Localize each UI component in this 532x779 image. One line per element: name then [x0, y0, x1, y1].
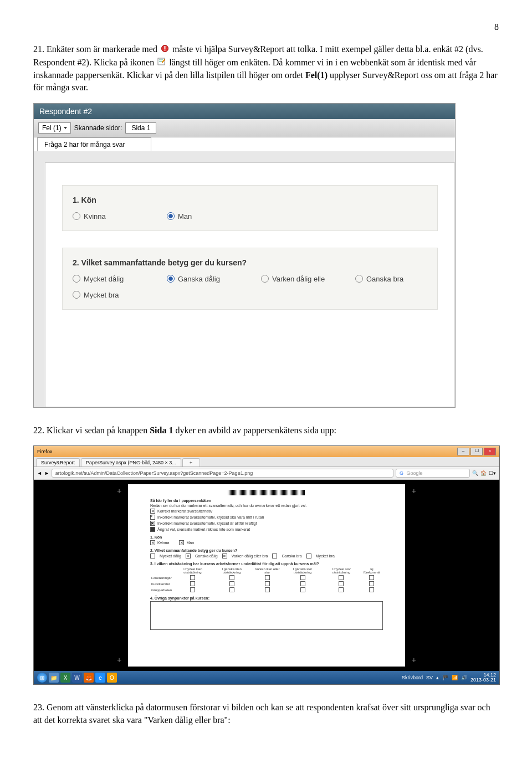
para22-bold: Sida 1 — [150, 426, 173, 435]
forward-icon[interactable]: ► — [44, 470, 49, 476]
checkbox-icon: ✕ — [150, 515, 155, 520]
checkbox-filled-icon — [150, 527, 155, 532]
option-label: Ganska bra — [366, 275, 403, 283]
option-label: Man — [178, 212, 192, 221]
system-tray: Skrivbord SV ▴ 🏴 📶 🔊 14:12 2013-03-21 — [402, 673, 496, 683]
q1-opt0: Kvinna — [157, 541, 169, 545]
paper-q1: 1. Kön Kvinna Man — [150, 535, 383, 545]
screenshot-survey-report: Respondent #2 Fel (1) Skannade sidor: Si… — [33, 103, 456, 408]
crop-mark-icon: + — [412, 655, 416, 664]
q2-opt: Ganska bra — [282, 554, 301, 558]
instr3: Inkorrekt markerat svarsalternativ, krys… — [157, 521, 257, 525]
checkbox-icon — [179, 540, 184, 545]
crop-mark-icon: + — [412, 486, 416, 495]
tab-survey-report[interactable]: Survey&Report — [36, 458, 80, 467]
scanned-pages-label: Skannade sidor: — [74, 124, 122, 132]
search-field[interactable]: G Google — [396, 469, 470, 478]
lang-indicator[interactable]: SV — [426, 675, 433, 680]
paper-q4: 4. Övriga synpunkter på kursen: — [150, 596, 383, 630]
search-placeholder: Google — [407, 470, 423, 476]
option-label: Varken dålig elle — [272, 275, 325, 283]
q2-option-0[interactable]: Mycket dålig — [73, 275, 145, 283]
toolbar: Fel (1) Skannade sidor: Sida 1 — [34, 119, 455, 137]
paper-q2: 2. Vilket sammanfattande betyg ger du ku… — [150, 549, 383, 558]
q3-col: I mycket stor utsträckning — [322, 567, 361, 575]
q3-row: Föreläsningar — [150, 575, 173, 581]
network-icon[interactable]: 📶 — [452, 675, 458, 680]
instr-title: Så här fyller du i pappersenkäten — [150, 499, 383, 503]
q2-option-4[interactable]: Mycket bra — [73, 291, 145, 299]
para21-bold: Fel(1) — [305, 70, 328, 80]
new-tab-button[interactable]: + — [182, 458, 200, 467]
minimize-button[interactable]: – — [457, 448, 469, 455]
paragraph-21: 21. Enkäter som är markerade med måste v… — [33, 43, 499, 94]
instr-subtitle: Nedan ser du hur du markerar ett svarsal… — [150, 504, 383, 508]
error-dropdown-label: Fel (1) — [42, 124, 62, 132]
radio-icon — [73, 275, 80, 283]
chevron-down-icon — [64, 127, 67, 129]
para21-text-a: 21. Enkäter som är markerade med — [33, 44, 160, 54]
error-dropdown[interactable]: Fel (1) — [38, 122, 71, 134]
paper-q1-title: 1. Kön — [150, 535, 383, 539]
start-button[interactable]: ⊞ — [37, 673, 47, 683]
checkbox-icon — [306, 554, 311, 558]
search-icon[interactable]: 🔍 — [472, 470, 478, 476]
address-bar: ◄ ► artologik.net/su/Admin/DataCollectio… — [34, 467, 499, 480]
instructions: Så här fyller du i pappersenkäten Nedan … — [150, 499, 383, 532]
warning-icon — [161, 44, 169, 56]
q1-option-man[interactable]: Man — [167, 212, 239, 221]
outlook-icon[interactable]: O — [107, 673, 117, 683]
excel-icon[interactable]: X — [60, 673, 70, 683]
q3-col: Ej förekommit — [361, 567, 383, 575]
checkbox-icon: ✖ — [150, 521, 155, 526]
bookmark-icon[interactable]: ☐▾ — [489, 470, 496, 476]
url-field[interactable]: artologik.net/su/Admin/DataCollection/Pa… — [52, 469, 393, 478]
maximize-button[interactable]: ☐ — [470, 448, 483, 455]
instr2: Inkorrekt markerat svarsalternativ, krys… — [157, 515, 264, 519]
page-button[interactable]: Sida 1 — [125, 122, 156, 134]
q3-row: Grupparbeten — [150, 587, 173, 593]
edit-form-icon — [157, 57, 166, 69]
radio-filled-icon — [167, 275, 175, 283]
flag-icon[interactable]: 🏴 — [442, 675, 448, 680]
q2-opt: Mycket bra — [316, 554, 335, 558]
tray-up-icon[interactable]: ▴ — [436, 675, 439, 680]
q2-opt: Mycket dålig — [160, 554, 181, 558]
option-label: Kvinna — [84, 212, 106, 221]
explorer-icon[interactable]: 📁 — [49, 673, 59, 683]
volume-icon[interactable]: 🔊 — [461, 675, 467, 680]
q3-row: Kurslitteratur — [150, 581, 173, 587]
back-icon[interactable]: ◄ — [37, 470, 42, 476]
q2-option-2[interactable]: Varken dålig elle — [261, 275, 333, 283]
radio-icon — [73, 212, 80, 220]
paper-q3-title: 3. I vilken utsträckning har kursens arb… — [150, 562, 383, 566]
close-button[interactable]: × — [484, 448, 496, 455]
paper-q3: 3. I vilken utsträckning har kursens arb… — [150, 562, 383, 593]
option-label: Ganska dålig — [178, 275, 220, 283]
checkbox-icon — [186, 554, 191, 558]
taskbar-icons: ⊞ 📁 X W 🦊 e O — [37, 673, 117, 683]
checkbox-icon — [150, 554, 155, 558]
option-label: Mycket bra — [84, 291, 119, 299]
q1-option-kvinna[interactable]: Kvinna — [73, 212, 145, 221]
windows-taskbar: ⊞ 📁 X W 🦊 e O Skrivbord SV ▴ 🏴 📶 🔊 14:12… — [34, 671, 499, 684]
q2-option-1[interactable]: Ganska dålig — [167, 275, 239, 283]
skrivbord-label[interactable]: Skrivbord — [402, 675, 423, 680]
checkbox-icon — [150, 509, 155, 514]
tab-paper-survey[interactable]: PaperSurvey.aspx (PNG-bild, 2480 × 3... — [81, 458, 181, 467]
home-icon[interactable]: 🏠 — [480, 470, 487, 476]
respondent-header: Respondent #2 — [34, 104, 455, 119]
word-icon[interactable]: W — [72, 673, 82, 683]
firefox-icon[interactable]: 🦊 — [84, 673, 94, 683]
q1-opt1: Man — [186, 541, 194, 545]
instr4: Ångrat val, svarsalternativet räknas int… — [157, 527, 250, 531]
crop-mark-icon: + — [117, 655, 121, 664]
instr1: Korrekt markerat svarsalternativ — [157, 509, 212, 513]
q2-option-3[interactable]: Ganska bra — [355, 275, 427, 283]
q2-title: 2. Vilket sammanfattande betyg ger du ku… — [73, 258, 427, 267]
radio-icon — [73, 291, 80, 299]
q3-col: Varken liten eller stor — [252, 567, 283, 575]
question-2: 2. Vilket sammanfattande betyg ger du ku… — [62, 248, 438, 310]
paper-q4-title: 4. Övriga synpunkter på kursen: — [150, 596, 383, 600]
ie-icon[interactable]: e — [95, 673, 105, 683]
